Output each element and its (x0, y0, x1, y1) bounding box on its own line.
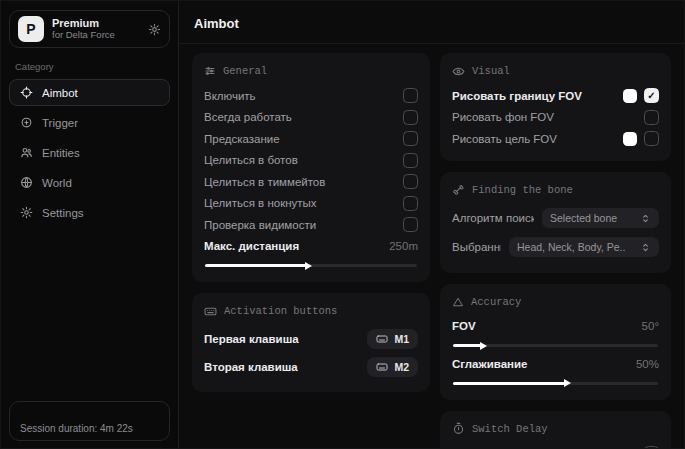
panel-general-title: General (204, 62, 418, 80)
entities-icon (20, 146, 33, 159)
checkbox[interactable] (644, 88, 659, 103)
brand-card: P Premium for Delta Force (9, 10, 170, 48)
sidebar-item-label: Trigger (42, 117, 78, 129)
panel-activation-title: Activation buttons (204, 302, 418, 320)
setting-row-max-distance: Макс. дистанция 250m (204, 236, 418, 258)
setting-label: Целиться в нокнутых (204, 197, 395, 209)
keybind-row-second: Вторая клавиша M2 (204, 353, 418, 381)
smoothing-slider[interactable] (453, 382, 658, 385)
sidebar-item-settings[interactable]: Settings (9, 199, 170, 226)
main-area: Aimbot General Включить Всегда работа (179, 1, 684, 448)
globe-icon (20, 176, 33, 189)
slider-thumb[interactable] (480, 342, 487, 350)
accuracy-row-fov: FOV 50° (452, 316, 659, 338)
panel-switch-delay-title: Switch Delay (452, 420, 659, 438)
max-distance-slider[interactable] (205, 264, 417, 267)
panel-bone-title: Finding the bone (452, 181, 659, 199)
checkbox[interactable] (403, 174, 418, 189)
bone-row-algorithm: Алгоритм поиска костей Selected bone (452, 204, 659, 233)
setting-label: Макс. дистанция (204, 240, 381, 252)
checkbox[interactable] (403, 153, 418, 168)
select-value: Head, Neck, Body, Pe.. (517, 241, 633, 253)
setting-row-always-work: Всегда работать (204, 107, 418, 129)
brand-logo: P (18, 16, 44, 42)
checkbox[interactable] (644, 110, 659, 125)
gear-icon (20, 206, 33, 219)
keyboard-icon (376, 361, 388, 373)
keybind-label: Вторая клавиша (204, 361, 359, 373)
checkbox[interactable] (403, 110, 418, 125)
setting-label: Сглаживание (452, 358, 628, 370)
session-duration: Session duration: 4m 22s (20, 423, 133, 434)
setting-row-aim-knocked: Целиться в нокнутых (204, 193, 418, 215)
visual-row-fov-target: Рисовать цель FOV (452, 128, 659, 150)
sidebar-item-trigger[interactable]: Trigger (9, 109, 170, 136)
panel-visual-title: Visual (452, 62, 659, 80)
brand-text: Premium for Delta Force (52, 17, 140, 41)
checkbox[interactable] (644, 131, 659, 146)
chevron-up-down-icon (640, 242, 651, 253)
panel-accuracy: Accuracy FOV 50° Сглаживание 50% (440, 284, 671, 400)
visual-row-fov-background: Рисовать фон FOV (452, 107, 659, 129)
setting-label: Рисовать фон FOV (452, 111, 636, 123)
column-left: General Включить Всегда работать Предска… (192, 53, 430, 439)
switch-delay-toggle-row: Задержка переключения (452, 443, 659, 449)
app-window: P Premium for Delta Force Category Aimbo… (0, 0, 685, 449)
setting-value: 50% (636, 358, 659, 370)
setting-label: Целиться в ботов (204, 154, 395, 166)
sidebar-item-label: Entities (42, 147, 80, 159)
triangle-icon (452, 296, 464, 308)
keybind-row-first: Первая клавиша M1 (204, 325, 418, 353)
main-header: Aimbot (179, 1, 684, 44)
selected-bones-select[interactable]: Head, Neck, Body, Pe.. (509, 237, 659, 257)
panel-activation-buttons: Activation buttons Первая клавиша M1 Вто… (192, 293, 430, 392)
sidebar-item-entities[interactable]: Entities (9, 139, 170, 166)
eye-icon (452, 65, 465, 78)
panel-finding-bone: Finding the bone Алгоритм поиска костей … (440, 172, 671, 273)
color-swatch[interactable] (623, 89, 637, 103)
trigger-icon (20, 116, 33, 129)
slider-thumb[interactable] (564, 379, 571, 387)
checkbox[interactable] (403, 217, 418, 232)
keybind-button-m2[interactable]: M2 (367, 357, 418, 377)
setting-label: Целиться в тиммейтов (204, 176, 395, 188)
checkbox[interactable] (403, 88, 418, 103)
keybind-button-m1[interactable]: M1 (367, 329, 418, 349)
content: General Включить Всегда работать Предска… (179, 44, 684, 448)
setting-label: Проверка видимости (204, 219, 395, 231)
panel-switch-delay: Switch Delay Задержка переключения Задер… (440, 411, 671, 449)
session-card: Session duration: 4m 22s (9, 401, 170, 441)
panel-visual: Visual Рисовать границу FOV Рисовать фон… (440, 53, 671, 161)
checkbox[interactable] (403, 196, 418, 211)
keyboard-icon (204, 305, 217, 318)
color-swatch[interactable] (623, 132, 637, 146)
sidebar-item-label: Aimbot (42, 87, 78, 99)
sidebar-item-aimbot[interactable]: Aimbot (9, 79, 170, 106)
setting-label: Предсказание (204, 133, 395, 145)
crosshair-icon (20, 86, 33, 99)
setting-label: Рисовать цель FOV (452, 133, 615, 145)
setting-label: Включить (204, 90, 395, 102)
checkbox[interactable] (403, 131, 418, 146)
setting-row-prediction: Предсказание (204, 128, 418, 150)
sidebar-item-world[interactable]: World (9, 169, 170, 196)
setting-value: 250m (389, 240, 418, 252)
sidebar-item-label: World (42, 177, 72, 189)
keyboard-icon (376, 333, 388, 345)
fov-slider[interactable] (453, 344, 658, 347)
setting-label: FOV (452, 320, 634, 332)
setting-label: Задержка переключения (452, 447, 636, 448)
setting-label: Всегда работать (204, 111, 395, 123)
chevron-up-down-icon (640, 213, 651, 224)
select-value: Selected bone (550, 212, 633, 224)
bone-algorithm-select[interactable]: Selected bone (542, 208, 659, 228)
brand-gear-icon[interactable] (148, 23, 161, 36)
timer-icon (452, 422, 465, 435)
slider-thumb[interactable] (305, 262, 312, 270)
setting-label: Выбранные кости (452, 241, 501, 253)
setting-label: Алгоритм поиска костей (452, 212, 534, 224)
sidebar: P Premium for Delta Force Category Aimbo… (1, 1, 179, 448)
setting-value: 50° (642, 320, 659, 332)
brand-title: Premium (52, 17, 140, 30)
checkbox[interactable] (644, 446, 659, 448)
